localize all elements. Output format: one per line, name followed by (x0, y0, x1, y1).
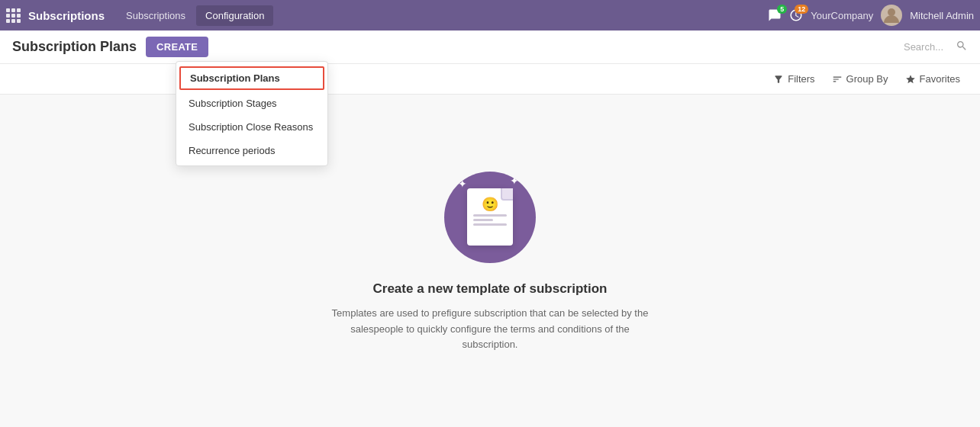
page-top-left: Subscription Plans CREATE (12, 37, 208, 57)
empty-state-description: Templates are used to prefigure subscrip… (330, 306, 650, 353)
favorites-button[interactable]: Favorites (898, 70, 968, 88)
app-name[interactable]: Subscriptions (28, 9, 105, 22)
page-title: Subscription Plans (12, 39, 137, 55)
chat-badge: 5 (777, 5, 787, 14)
search-bar: Search... (904, 40, 968, 55)
company-label[interactable]: YourCompany (811, 10, 873, 21)
filters-button[interactable]: Filters (766, 70, 822, 88)
nav-menu: Subscriptions Configuration (117, 5, 273, 26)
dropdown-item-stages[interactable]: Subscription Stages (176, 92, 327, 115)
nav-item-subscriptions[interactable]: Subscriptions (117, 5, 195, 26)
empty-state-title: Create a new template of subscription (372, 281, 607, 297)
main-content: ✦ ✦ 🙂 Create a new template of subscript… (0, 95, 980, 400)
doc-face: 🙂 (482, 197, 498, 211)
page-top-bar: Subscription Plans CREATE Search... Subs… (0, 30, 980, 64)
nav-item-configuration[interactable]: Configuration (196, 5, 273, 26)
doc-line-3 (473, 223, 507, 226)
topnav-left: Subscriptions Subscriptions Configuratio… (6, 5, 768, 26)
create-button[interactable]: CREATE (146, 37, 208, 57)
document-icon: 🙂 (467, 188, 513, 246)
topnav-right: 5 12 YourCompany Mitchell Admin (768, 5, 974, 26)
user-avatar[interactable] (881, 5, 902, 26)
doc-lines (473, 214, 507, 226)
groupby-button[interactable]: Group By (824, 70, 896, 88)
empty-illustration: ✦ ✦ 🙂 (444, 172, 536, 263)
dropdown-item-recurrence[interactable]: Recurrence periods (176, 139, 327, 162)
chat-icon-btn[interactable]: 5 (768, 8, 782, 22)
app-grid-icon[interactable] (6, 8, 21, 23)
dropdown-item-close-reasons[interactable]: Subscription Close Reasons (176, 115, 327, 139)
clock-icon-btn[interactable]: 12 (789, 8, 803, 22)
sparkle-right: ✦ (510, 175, 519, 187)
list-toolbar: Filters Group By Favorites (0, 64, 980, 95)
svg-point-0 (888, 8, 895, 16)
search-icon[interactable] (956, 40, 968, 55)
toolbar-actions: Filters Group By Favorites (766, 70, 968, 88)
sparkle-left: ✦ (458, 178, 467, 190)
clock-badge: 12 (795, 5, 808, 14)
search-placeholder: Search... (904, 41, 943, 53)
configuration-dropdown: Subscription Plans Subscription Stages S… (176, 61, 328, 166)
top-navigation: Subscriptions Subscriptions Configuratio… (0, 0, 980, 30)
user-name[interactable]: Mitchell Admin (910, 10, 974, 21)
doc-line-2 (473, 219, 493, 221)
dropdown-item-plans[interactable]: Subscription Plans (179, 66, 324, 90)
doc-line-1 (473, 214, 507, 217)
